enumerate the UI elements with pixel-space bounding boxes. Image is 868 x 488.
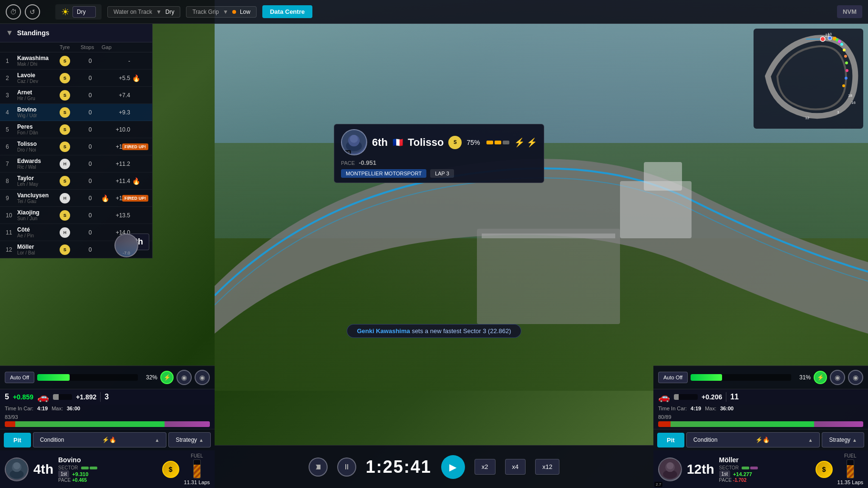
fuel-section: FUEL 11.31 Laps [184,453,210,485]
svg-point-11 [820,37,825,41]
tyre-icon: S [60,56,70,66]
nav-left-button[interactable] [309,458,328,477]
sector-val-right: +14.277 [733,471,752,477]
driver-name: Vancluysen [17,192,58,199]
time-in-car-val: 4:19 [37,406,48,411]
driver-sub: Wig / Udr [17,113,58,118]
table-row[interactable]: 3 Arnet Hir / Gru S 0 +7.4 [0,87,152,104]
pause-button[interactable]: ⏸ [337,458,356,477]
position: 3 [6,92,15,99]
driver-sub: Leh / May [17,182,58,187]
fuel-label-right: FUEL [844,453,857,458]
table-row[interactable]: 2 Lavoie Caz / Dev S 0 +5.5 🔥 [0,70,152,87]
energy-bar-right [691,374,791,381]
divider [100,392,101,402]
table-row[interactable]: 1 Kawashima Mak / Dhi S 0 - [0,52,152,70]
col-stops: Stops [81,44,100,50]
pit-button-right[interactable]: Pit [657,433,684,447]
circle-btn-2[interactable]: ◉ [195,370,210,385]
lap-badge: LAP 3 [430,169,454,178]
gap: - [102,58,130,64]
tyre-icon: S [60,73,70,83]
pace-label-right: PACE [719,478,732,483]
action-row: Pit Condition ⚡🔥 ▲ Strategy ▲ [0,429,215,450]
driver-name: Tolisso [17,141,58,147]
stops: 0 [81,229,100,236]
play-button[interactable]: ▶ [441,455,465,479]
replay-icon[interactable]: ↺ [25,4,40,20]
gap: +11.4 [102,178,130,184]
energy-fill-right [691,374,722,381]
position: 9 [6,195,15,202]
position: 4 [6,109,15,116]
strategy-button[interactable]: Strategy ▲ [168,432,211,447]
driver-sub: Tei / Gau [17,199,58,204]
svg-point-17 [843,49,846,51]
stops: 0 [81,246,100,253]
table-row[interactable]: 10 Xiaojing Sun / Jun S 0 +13.5 [0,207,152,224]
data-centre-button[interactable]: Data Centre [262,5,312,18]
table-row[interactable]: 5 Peres Fon / Dân S 0 +10.0 [0,121,152,138]
tyre-icon: S [60,90,70,101]
svg-text:12: 12 [805,116,809,120]
auto-off-button[interactable]: Auto Off [5,372,34,383]
tyre-icon: H [60,227,70,238]
stamina-row-right: 80/89 [653,412,868,429]
table-row[interactable]: 8 Taylor Leh / May S 0 +11.4 🔥 [0,173,152,190]
pit-button[interactable]: Pit [4,433,31,447]
table-row[interactable]: 6 Tolisso Dro / Noi S 0 +10.9 FIRED UP! [0,138,152,155]
energy-controls-right: Auto Off 31% ⚡ ◉ ◉ [653,366,868,389]
circle-btn-4[interactable]: ◉ [848,370,863,385]
weather-section: ☀ Dry [55,4,102,20]
circle-btn-1[interactable]: ◉ [176,370,192,385]
sector-bar-r2 [750,467,758,469]
fired-up-badge: FIRED UP! [122,195,148,202]
condition-button[interactable]: Condition ⚡🔥 ▲ [33,432,167,447]
table-row[interactable]: 7 Edwards Ric / Wal H 0 +11.2 [0,155,152,173]
driver-sub: Lor / Bal [17,250,58,255]
max-time-val-right: 36:00 [720,406,734,411]
weather-dropdown[interactable]: Dry [72,6,96,18]
stamina-green-right [671,421,814,427]
gap: +9.3 [102,109,130,116]
table-row[interactable]: 4 Bovino Wig / Udr S 0 +9.3 [0,104,152,121]
fuel-val-right: 11.35 Laps [837,479,863,485]
speed-x2-button[interactable]: x2 [475,459,496,475]
sector-bars-right [742,467,758,469]
stops: 0 [81,92,100,99]
circle-btn-3[interactable]: ◉ [830,370,845,385]
clock-icon[interactable]: ⏱ [6,4,21,20]
stops: 0 [81,109,100,116]
standings-columns: Tyre Stops Gap [0,42,152,52]
race-data-row: 5 +0.859 🚗 +1.892 3 [0,389,215,405]
sector-pos: 1st [58,470,69,478]
speed-x12-button[interactable]: x12 [535,459,559,475]
driver-name: Bovino [17,106,58,113]
sector-pos-right: 1st [719,470,730,478]
max-time-val: 36:00 [67,406,80,411]
driver-sub: Sun / Jun [17,216,58,221]
energy-boost-button-right[interactable]: ⚡ [814,371,827,384]
table-row[interactable]: 9 Vancluysen Tei / Gau H 0 +12.1 FIRED U… [0,190,152,207]
driver-sub: Hir / Gru [17,96,58,101]
auto-off-button-right[interactable]: Auto Off [658,372,688,383]
tyre-icon: H [60,159,70,169]
pace-val-left: +0.465 [72,478,87,483]
position: 11 [6,229,15,236]
energy-boost-button[interactable]: ⚡ [160,371,174,384]
pace-val-right: -1.702 [733,478,746,483]
svg-text:18: 18 [848,93,852,98]
position: 12 [6,246,15,253]
stamina-purple [165,421,210,427]
coin-icon-right: $ [816,461,833,478]
condition-button-right[interactable]: Condition ⚡🔥 ▲ [686,432,820,447]
driver-sub: Caz / Dev [17,79,58,84]
stops: 0 [81,58,100,64]
svg-point-14 [836,39,838,41]
stops: 0 [81,212,100,219]
speed-x4-button[interactable]: x4 [505,459,526,475]
strategy-button-right[interactable]: Strategy ▲ [822,432,864,447]
car-driver-name: Tolisso [408,136,444,149]
car-avatar: 4.2 [341,129,367,155]
energy-fill [37,374,69,381]
